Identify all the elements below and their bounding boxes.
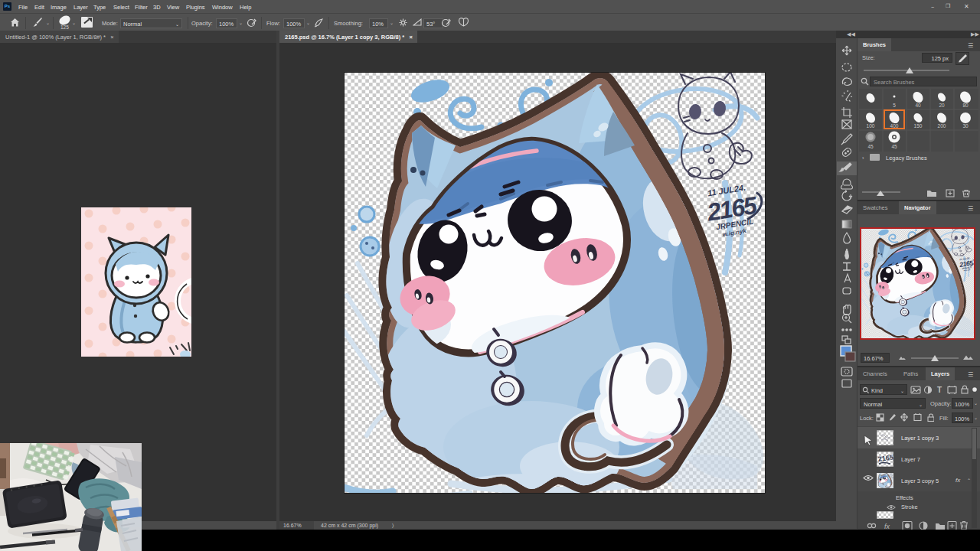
svg-text:40: 40	[915, 103, 921, 108]
svg-text:200: 200	[938, 123, 946, 129]
svg-text:5: 5	[893, 103, 896, 108]
svg-text:80: 80	[962, 103, 969, 108]
svg-text:20: 20	[939, 103, 945, 108]
svg-text:45: 45	[867, 144, 874, 149]
svg-text:100: 100	[867, 123, 875, 129]
svg-text:150: 150	[914, 123, 923, 129]
svg-text:400: 400	[890, 123, 899, 129]
svg-text:T: T	[937, 386, 942, 394]
svg-text:45: 45	[891, 144, 897, 149]
svg-text:30: 30	[962, 123, 969, 129]
